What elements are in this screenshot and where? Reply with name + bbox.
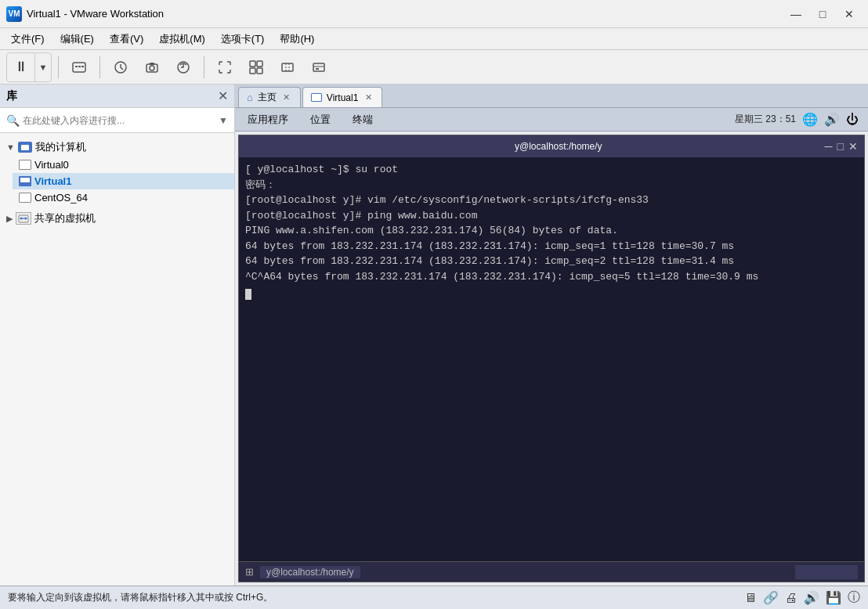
terminal-titlebar: y@localhost:/home/y ─ □ ✕ <box>239 135 864 157</box>
status-bar: 要将输入定向到该虚拟机，请将鼠标指针移入其中或按 Ctrl+G。 🖥 🔗 🖨 🔊… <box>0 586 868 609</box>
status-sound-icon[interactable]: 🔊 <box>804 590 819 605</box>
status-icons: 🖥 🔗 🖨 🔊 💾 ⓘ <box>744 589 860 606</box>
playback-controls: ⏸ ▼ <box>6 52 52 82</box>
minimize-button[interactable]: — <box>783 5 808 23</box>
terminal-container[interactable]: y@localhost:/home/y ─ □ ✕ [ y@localhost … <box>238 135 865 582</box>
stretch-button[interactable] <box>273 53 302 81</box>
title-bar: VM Virtual1 - VMware Workstation — □ ✕ <box>0 0 868 28</box>
volume-icon[interactable]: 🔊 <box>824 112 840 127</box>
svg-rect-13 <box>282 63 293 71</box>
shared-vms-label: 共享的虚拟机 <box>34 211 96 225</box>
svg-rect-9 <box>250 61 255 67</box>
window-controls: — □ ✕ <box>783 5 862 23</box>
vm-icon-virtual1 <box>19 176 31 186</box>
terminal-body[interactable]: [ y@localhost ~]$ su root 密码： [root@loca… <box>239 157 864 561</box>
tab-virtual1[interactable]: Virtual1 ✕ <box>302 87 382 107</box>
terminal-minimize-button[interactable]: ─ <box>825 141 833 152</box>
search-input[interactable] <box>23 115 215 126</box>
svg-rect-2 <box>78 66 81 67</box>
svg-rect-10 <box>257 61 262 67</box>
vm-menu-applications[interactable]: 应用程序 <box>244 111 291 128</box>
pause-button[interactable]: ⏸ <box>7 53 35 81</box>
vm-datetime: 星期三 23：51 <box>735 113 796 126</box>
revert-snapshot-button[interactable] <box>169 53 197 81</box>
tab-virtual1-close[interactable]: ✕ <box>363 92 374 103</box>
vm-label-virtual0: Virtual0 <box>34 159 69 171</box>
term-line-5: 64 bytes from 183.232.231.174 (183.232.2… <box>245 239 858 254</box>
sidebar-title: 库 <box>6 89 17 103</box>
status-share-icon[interactable]: 🔗 <box>763 590 779 605</box>
unity-button[interactable] <box>242 53 270 81</box>
take-snapshot-button[interactable] <box>138 53 166 81</box>
terminal-controls: ─ □ ✕ <box>825 141 858 152</box>
sidebar-item-virtual0[interactable]: Virtual0 <box>13 157 234 173</box>
term-line-0: [ y@localhost ~]$ su root <box>245 162 858 178</box>
tree-my-computer[interactable]: ▼ 我的计算机 <box>0 138 234 157</box>
tree-expand-icon: ▼ <box>6 142 15 152</box>
network-status-icon[interactable]: 🌐 <box>802 112 818 127</box>
tree-expand-icon-shared: ▶ <box>6 214 13 224</box>
vm-menu-location[interactable]: 位置 <box>307 111 334 128</box>
close-button[interactable]: ✕ <box>837 5 862 23</box>
search-dropdown-icon[interactable]: ▼ <box>219 115 228 126</box>
send-ctrl-alt-del-button[interactable] <box>65 53 93 81</box>
term-line-7: ^C^A64 bytes from 183.232.231.174 (183.2… <box>245 269 858 285</box>
my-computer-label: 我的计算机 <box>35 140 86 154</box>
status-usb-icon[interactable]: 💾 <box>826 590 841 605</box>
sidebar-close-button[interactable]: ✕ <box>218 88 228 103</box>
tab-home[interactable]: ⌂ 主页 ✕ <box>238 87 301 107</box>
term-line-3: [root@localhost y]# ping www.baidu.com <box>245 208 858 224</box>
sidebar-item-shared-vms[interactable]: ▶ 共享的虚拟机 <box>0 209 234 228</box>
full-screen-button[interactable] <box>211 53 239 81</box>
menu-file[interactable]: 文件(F) <box>3 29 52 49</box>
toolbar-sep-3 <box>204 56 204 78</box>
svg-rect-12 <box>257 68 262 74</box>
vm-status-area: 星期三 23：51 🌐 🔊 ⏻ <box>735 112 859 127</box>
terminal-close-button[interactable]: ✕ <box>848 141 858 152</box>
snapshot-button[interactable] <box>107 53 135 81</box>
vm-label-centos64: CentOS_64 <box>34 192 88 204</box>
menu-vm[interactable]: 虚拟机(M) <box>151 29 213 49</box>
toolbar-sep-2 <box>99 56 100 78</box>
toolbar: ⏸ ▼ <box>0 50 868 85</box>
maximize-button[interactable]: □ <box>810 5 835 23</box>
sidebar-tree: ▼ 我的计算机 Virtual0 Virtual1 Cen <box>0 133 234 586</box>
term-line-8 <box>245 284 858 300</box>
main-area: 库 ✕ 🔍 ▼ ▼ 我的计算机 Virtual0 <box>0 85 868 586</box>
tab-virtual1-label: Virtual1 <box>327 92 358 103</box>
term-line-4: PING www.a.shifen.com (183.232.231.174) … <box>245 223 858 239</box>
svg-rect-16 <box>313 63 324 71</box>
toolbar-sep-1 <box>58 56 59 78</box>
svg-rect-18 <box>316 68 319 70</box>
preferences-button[interactable] <box>305 53 333 81</box>
vm-tab-icon <box>311 93 322 102</box>
menu-view[interactable]: 查看(V) <box>102 29 151 49</box>
power-icon[interactable]: ⏻ <box>846 113 859 127</box>
sidebar-header: 库 ✕ <box>0 85 234 108</box>
menu-help[interactable]: 帮助(H) <box>272 29 322 49</box>
search-icon: 🔍 <box>6 114 20 127</box>
terminal-footer-spacer <box>795 565 858 579</box>
status-print-icon[interactable]: 🖨 <box>785 591 797 605</box>
app-icon: VM <box>6 6 22 22</box>
tabs-bar: ⌂ 主页 ✕ Virtual1 ✕ <box>235 85 868 108</box>
pause-dropdown[interactable]: ▼ <box>35 53 51 81</box>
svg-rect-1 <box>75 66 78 67</box>
menu-edit[interactable]: 编辑(E) <box>52 29 102 49</box>
menu-tabs[interactable]: 选项卡(T) <box>213 29 273 49</box>
sidebar-search[interactable]: 🔍 ▼ <box>0 108 234 133</box>
sidebar-item-virtual1[interactable]: Virtual1 <box>13 173 234 189</box>
menu-bar: 文件(F) 编辑(E) 查看(V) 虚拟机(M) 选项卡(T) 帮助(H) <box>0 28 868 50</box>
terminal-maximize-button[interactable]: □ <box>837 141 844 152</box>
tab-home-close[interactable]: ✕ <box>281 92 292 103</box>
vm-menu-terminal[interactable]: 终端 <box>349 111 376 128</box>
svg-rect-7 <box>150 63 154 65</box>
terminal-footer: ⊞ y@localhost:/home/y <box>239 561 864 582</box>
sidebar-item-centos64[interactable]: CentOS_64 <box>13 189 234 206</box>
status-info-icon[interactable]: ⓘ <box>848 589 860 606</box>
status-network-icon[interactable]: 🖥 <box>744 591 757 605</box>
tab-home-label: 主页 <box>258 91 277 104</box>
svg-point-6 <box>150 66 154 70</box>
vm-toolbar: 应用程序 位置 终端 星期三 23：51 🌐 🔊 ⏻ <box>235 108 868 132</box>
terminal-footer-icon[interactable]: ⊞ <box>245 566 254 578</box>
